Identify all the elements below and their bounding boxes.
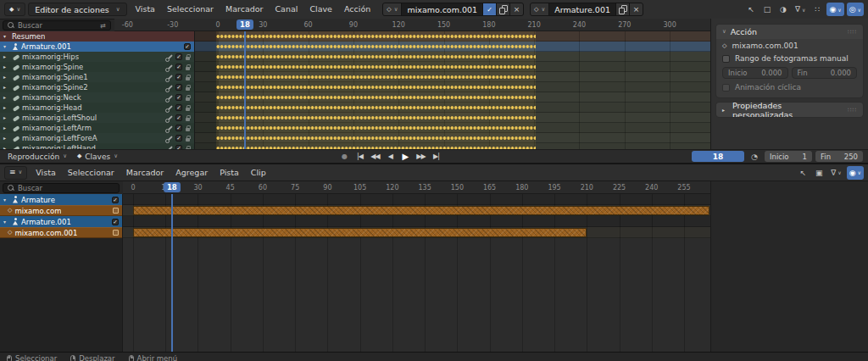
lock-icon[interactable] — [185, 74, 191, 81]
channel-search-input[interactable]: Buscar — [3, 20, 111, 31]
nla-menu-clip[interactable]: Clip — [245, 164, 272, 181]
keyframes-row[interactable] — [216, 104, 536, 111]
channel-mixamorig-spine2[interactable]: ▸mixamorig:Spine2 — [0, 82, 194, 92]
lock-icon[interactable] — [185, 104, 191, 112]
lock-icon[interactable] — [185, 84, 191, 92]
channel-checkbox[interactable] — [175, 74, 182, 81]
overlay-icon[interactable]: ◉∨ — [847, 166, 864, 180]
jump-to-start-button[interactable]: |◀ — [353, 151, 367, 162]
frame-end-field[interactable]: Fin 250 — [815, 151, 863, 162]
channel-checkbox[interactable] — [175, 94, 182, 101]
keyframes-row[interactable] — [216, 74, 536, 81]
range-end-field[interactable]: Fin 0.000 — [792, 67, 858, 79]
wrench-icon[interactable] — [165, 94, 173, 102]
channel-mixamorig-lefthand[interactable]: ▸mixamorig:LeftHand — [0, 143, 194, 149]
expand-icon[interactable]: ▸ — [3, 95, 9, 100]
proportional-icon[interactable]: ∷ — [810, 3, 824, 16]
channel-checkbox[interactable] — [175, 114, 182, 121]
play-button[interactable]: ▶ — [398, 151, 413, 162]
menu-seleccionar[interactable]: Seleccionar — [161, 1, 220, 18]
slot-name[interactable]: Armature.001 — [549, 5, 615, 14]
keyframes-row[interactable] — [216, 125, 536, 131]
track-armature-001[interactable]: ▾Armature.001 — [0, 216, 122, 227]
cyclic-row[interactable]: Animación cíclica — [722, 83, 857, 92]
browse-slot-button[interactable] — [531, 3, 549, 15]
fake-user-toggle[interactable] — [482, 3, 496, 15]
expand-icon[interactable]: ▸ — [3, 64, 9, 69]
channel-mixamorig-hips[interactable]: ▸mixamorig:Hips — [0, 52, 194, 62]
expand-icon[interactable]: ▾ — [3, 219, 9, 225]
expand-icon[interactable]: ▸ — [3, 105, 9, 110]
lock-icon[interactable] — [185, 94, 191, 102]
nla-menu-seleccionar[interactable]: Seleccionar — [62, 164, 120, 181]
invert-filter-icon[interactable] — [100, 22, 106, 30]
current-frame-field[interactable]: 18 — [692, 151, 744, 162]
channel-mixamorig-neck[interactable]: ▸mixamorig:Neck — [0, 92, 194, 103]
editor-type-button[interactable] — [4, 3, 25, 16]
nla-strip-mixamo-com-001[interactable] — [133, 228, 587, 237]
channel-mixamorig-leftshoul[interactable]: ▸mixamorig:LeftShoul — [0, 113, 194, 123]
channel-mixamorig-head[interactable]: ▸mixamorig:Head — [0, 103, 194, 113]
track-checkbox[interactable] — [112, 219, 119, 225]
wrench-icon[interactable] — [165, 104, 173, 112]
keyframes-row[interactable] — [216, 135, 536, 142]
playback-menu[interactable]: Reproducción — [5, 153, 70, 161]
custom-properties-header[interactable]: ▸ Propiedades personalizadas — [716, 103, 863, 117]
nla-strip-mixamo-com[interactable] — [133, 206, 709, 215]
nla-menu-vista[interactable]: Vista — [30, 164, 61, 181]
channel-armature-001[interactable]: ▾Armature.001 — [0, 42, 194, 52]
expand-icon[interactable]: ▸ — [3, 75, 9, 80]
keyframes-row[interactable] — [216, 64, 536, 70]
action-name[interactable]: mixamo.com.001 — [402, 5, 482, 14]
keying-menu[interactable]: Claves — [75, 153, 120, 161]
new-slot-button[interactable] — [615, 3, 629, 15]
use-preview-range-button[interactable] — [748, 150, 761, 164]
lock-icon[interactable] — [185, 114, 191, 122]
channel-checkbox[interactable] — [175, 135, 182, 142]
browse-action-button[interactable] — [383, 3, 402, 15]
menu-vista[interactable]: Vista — [130, 1, 161, 18]
menu-canal[interactable]: Canal — [269, 1, 303, 18]
nla-menu-pista[interactable]: Pista — [214, 164, 245, 181]
manual-range-checkbox[interactable] — [722, 55, 730, 63]
pointer-icon[interactable]: ↖ — [796, 166, 810, 180]
expand-icon[interactable]: ▾ — [3, 197, 9, 203]
nla-menu-agregar[interactable]: Agregar — [170, 164, 214, 181]
pointer-icon[interactable]: ↖ — [744, 3, 758, 16]
channel-mixamorig-leftforea[interactable]: ▸mixamorig:LeftForeA — [0, 133, 194, 143]
channel-checkbox[interactable] — [175, 104, 182, 111]
expand-icon[interactable]: ▾ — [3, 34, 9, 39]
play-reverse-button[interactable]: ◀ — [383, 151, 398, 162]
unlink-action-button[interactable] — [509, 3, 523, 15]
keyframes-row[interactable] — [216, 114, 536, 121]
keyframes-row[interactable] — [216, 94, 536, 101]
range-start-field[interactable]: Inicio 0.000 — [722, 67, 788, 79]
wrench-icon[interactable] — [165, 53, 173, 61]
nla-search-input[interactable]: Buscar — [3, 183, 120, 193]
keyframes-row[interactable] — [216, 53, 536, 60]
wrench-icon[interactable] — [165, 74, 173, 81]
lock-icon[interactable] — [185, 125, 191, 132]
next-keyframe-button[interactable]: ▶▶ — [414, 151, 428, 162]
unlink-slot-button[interactable] — [629, 3, 643, 15]
jump-to-end-button[interactable]: ▶| — [429, 151, 443, 162]
channel-checkbox[interactable] — [175, 64, 182, 70]
expand-icon[interactable]: ▸ — [3, 125, 9, 131]
marquee-select-icon[interactable]: □ — [760, 3, 774, 16]
menu-clave[interactable]: Clave — [303, 1, 338, 18]
menu-marcador[interactable]: Marcador — [220, 1, 270, 18]
channel-checkbox[interactable] — [175, 125, 182, 131]
editor-mode-dropdown[interactable]: Editor de acciones — [28, 3, 126, 16]
frame-start-field[interactable]: Inicio 1 — [765, 151, 812, 162]
channel-checkbox[interactable] — [175, 53, 182, 60]
current-frame-indicator[interactable]: 18 — [236, 19, 253, 30]
current-frame-indicator[interactable]: 18 — [164, 182, 181, 192]
expand-icon[interactable]: ▸ — [3, 136, 9, 141]
wrench-icon[interactable] — [165, 125, 173, 132]
tweak-icon[interactable]: ▣ — [812, 166, 826, 180]
filter-icon[interactable]: ∇∨ — [828, 166, 843, 180]
expand-icon[interactable]: ▸ — [3, 115, 9, 120]
wrench-icon[interactable] — [165, 84, 173, 92]
nla-menu-marcador[interactable]: Marcador — [120, 164, 170, 181]
channel-checkbox[interactable] — [184, 43, 191, 50]
